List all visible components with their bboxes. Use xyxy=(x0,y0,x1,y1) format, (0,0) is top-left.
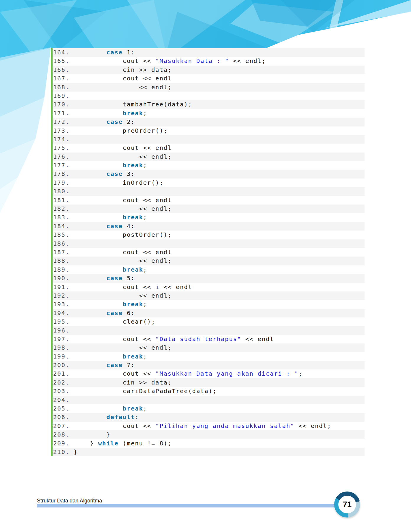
code-text: << endl; xyxy=(74,292,172,299)
code-text: cin >> data; xyxy=(74,66,172,73)
line-number: 197. xyxy=(53,335,74,343)
code-line: 191. cout << i << endl xyxy=(53,283,365,291)
code-line: 194. case 6: xyxy=(53,309,365,317)
line-number: 187. xyxy=(53,249,74,256)
line-number: 186. xyxy=(53,240,74,247)
code-keyword: while xyxy=(98,440,118,447)
line-number: 191. xyxy=(53,283,74,291)
code-line: 186. xyxy=(53,239,365,248)
code-line: 200. case 7: xyxy=(53,361,365,369)
line-number: 168. xyxy=(53,84,74,91)
code-text: ; xyxy=(143,405,147,412)
code-text: ; xyxy=(298,370,303,377)
line-number: 201. xyxy=(53,370,74,377)
code-text: clear(); xyxy=(74,318,155,325)
line-number: 210. xyxy=(53,448,74,455)
line-number: 174. xyxy=(53,136,74,143)
line-number: 178. xyxy=(53,170,74,177)
code-text: << endl xyxy=(241,335,274,343)
code-line: 172. case 2: xyxy=(53,118,365,126)
code-keyword: case xyxy=(106,118,123,125)
line-number: 195. xyxy=(53,318,74,325)
code-text: 1: xyxy=(123,49,135,56)
code-text: } xyxy=(74,448,78,455)
line-number: 175. xyxy=(53,144,74,151)
code-text: (menu != 8); xyxy=(118,440,172,447)
code-line: 201. cout << "Masukkan Data yang akan di… xyxy=(53,369,365,378)
code-line: 177. break; xyxy=(53,161,365,170)
line-number: 177. xyxy=(53,162,74,169)
code-text xyxy=(74,110,123,117)
code-text: cout << endl xyxy=(74,144,172,151)
code-line: 202. cin >> data; xyxy=(53,378,365,387)
code-keyword: break xyxy=(123,301,143,308)
code-keyword: case xyxy=(106,170,123,177)
code-line: 197. cout << "Data sudah terhapus" << en… xyxy=(53,335,365,343)
page-number-badge: 71 xyxy=(334,492,360,518)
code-line: 187. cout << endl xyxy=(53,248,365,257)
code-line: 189. break; xyxy=(53,265,365,274)
code-line: 207. cout << "Pilihan yang anda masukkan… xyxy=(53,422,365,430)
code-text xyxy=(74,118,106,125)
code-line: 176. << endl; xyxy=(53,153,365,161)
code-text: ; xyxy=(143,266,147,273)
code-block: 164. case 1:165. cout << "Masukkan Data … xyxy=(51,48,365,456)
code-keyword: break xyxy=(123,405,143,412)
line-number: 184. xyxy=(53,223,74,230)
line-number: 189. xyxy=(53,266,74,273)
line-number: 167. xyxy=(53,75,74,82)
code-line: 195. clear(); xyxy=(53,317,365,326)
line-number: 193. xyxy=(53,301,74,308)
code-line: 193. break; xyxy=(53,300,365,309)
code-text: cout << xyxy=(74,335,155,343)
code-line: 171. break; xyxy=(53,109,365,118)
code-line: 205. break; xyxy=(53,404,365,413)
code-text: ; xyxy=(143,110,147,117)
code-line: 192. << endl; xyxy=(53,291,365,300)
line-number: 203. xyxy=(53,387,74,395)
code-text: 6: xyxy=(123,309,135,317)
code-string: "Masukkan Data yang akan dicari : " xyxy=(155,370,298,377)
code-text: cout << xyxy=(74,422,155,429)
code-text: << endl; xyxy=(74,153,172,160)
line-number: 176. xyxy=(53,153,74,160)
line-number: 164. xyxy=(53,49,74,56)
line-number: 181. xyxy=(53,197,74,204)
line-number: 192. xyxy=(53,292,74,299)
line-number: 198. xyxy=(53,344,74,351)
code-text: 2: xyxy=(123,118,135,125)
code-text: cout << i << endl xyxy=(74,283,192,291)
code-keyword: break xyxy=(123,214,143,221)
code-line: 164. case 1: xyxy=(53,48,365,57)
code-line: 196. xyxy=(53,326,365,335)
code-keyword: break xyxy=(123,353,143,360)
code-line: 182. << endl; xyxy=(53,205,365,213)
code-text xyxy=(74,162,123,169)
page-number: 71 xyxy=(343,500,352,509)
code-string: "Data sudah terhapus" xyxy=(155,335,241,343)
code-text: << endl; xyxy=(74,84,172,91)
code-text xyxy=(74,223,106,230)
code-keyword: default xyxy=(106,413,135,421)
code-line: 210. } xyxy=(53,448,365,456)
code-text: } xyxy=(74,431,111,438)
line-number: 183. xyxy=(53,214,74,221)
code-keyword: case xyxy=(106,223,123,230)
code-text: 5: xyxy=(123,275,135,282)
code-line: 184. case 4: xyxy=(53,222,365,231)
line-number: 165. xyxy=(53,57,74,64)
code-line: 185. postOrder(); xyxy=(53,231,365,239)
code-line: 167. cout << endl xyxy=(53,74,365,83)
code-line: 188. << endl; xyxy=(53,257,365,265)
code-line: 180. xyxy=(53,187,365,196)
line-number: 194. xyxy=(53,309,74,317)
code-line: 175. cout << endl xyxy=(53,144,365,152)
code-line: 204. xyxy=(53,396,365,404)
code-line: 179. inOrder(); xyxy=(53,179,365,187)
code-string: "Pilihan yang anda masukkan salah" xyxy=(155,422,295,429)
code-text: << endl; xyxy=(229,57,266,64)
code-text: << endl; xyxy=(74,257,172,264)
footer-title: Struktur Data dan Algoritma xyxy=(37,498,102,504)
code-text: 4: xyxy=(123,223,135,230)
line-number: 196. xyxy=(53,327,74,334)
